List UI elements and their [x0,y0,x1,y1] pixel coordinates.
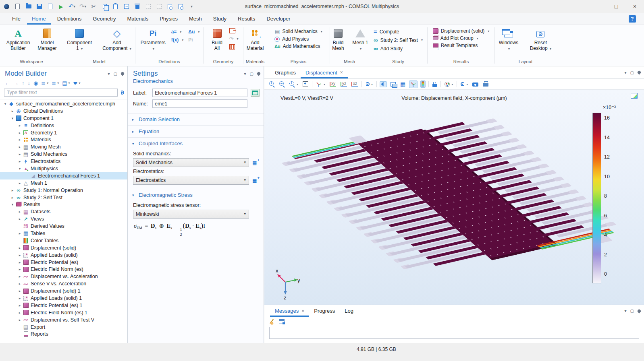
tree-item[interactable]: Definitions [0,122,127,129]
tree-chevron-icon[interactable] [17,131,23,135]
tree-item[interactable]: Displacement vs. Acceleration [0,273,127,280]
save-as-icon[interactable] [47,3,54,10]
tree-chevron-icon[interactable] [17,253,23,257]
tree-item[interactable]: Applied Loads (solid) 1 [0,295,127,302]
add-material-button[interactable]: Add Material [243,27,267,52]
tree-item[interactable]: Datasets [0,208,127,215]
tree-item[interactable]: Electric Field Norm (es) 1 [0,309,127,316]
parameters-button[interactable]: Pi Parameters▾ [139,27,167,52]
tree-item[interactable]: Color Tables [0,237,127,244]
tree-chevron-icon[interactable] [17,231,23,235]
section-domain-selection[interactable]: ▸ Domain Selection [128,113,264,125]
print-icon[interactable] [482,81,489,87]
messages-output[interactable] [269,327,639,339]
plot-area[interactable]: VtestL=0 V, VtestR=2 V Volume: Displacem… [264,90,644,305]
tree-item[interactable]: Reports [0,331,127,338]
tree-chevron-icon[interactable] [2,102,8,106]
toolbar-overflow-icon[interactable]: ▾ [188,3,195,10]
tree-chevron-icon[interactable] [10,196,15,200]
redo-icon[interactable]: ↷▾ [79,3,86,10]
tree-item[interactable]: Displacement vs. Self Test V [0,316,127,324]
nonlocal-couplings-button[interactable]: Δu▾ [188,29,199,35]
filter-icon[interactable]: ▾ [73,81,81,85]
name-input[interactable] [152,99,247,108]
message-table-icon[interactable] [279,319,285,324]
stress-tensor-select[interactable]: Minkowski [133,210,249,219]
tab-progress[interactable]: Progress [309,305,340,317]
run-icon[interactable]: ▶ [58,3,64,10]
back-icon[interactable]: ← [5,80,10,86]
add-plot-group-button[interactable]: Add Plot Group▾ [433,35,490,41]
add-to-list-icon[interactable] [252,177,259,184]
help-button[interactable]: ? [629,15,636,23]
tree-item[interactable]: Study 2: Self Test [0,194,127,201]
electrostatics-select[interactable]: Electrostatics [133,176,249,185]
ribbon-tab[interactable]: Physics [155,13,183,25]
tree-item[interactable]: Electric Potential (es) [0,259,127,266]
panel-float-icon[interactable]: ▢ [630,70,634,75]
duplicate-icon[interactable] [123,3,130,10]
tree-chevron-icon[interactable] [17,260,23,264]
add-to-list-icon[interactable] [252,159,259,166]
reset-desktop-button[interactable]: Reset Desktop ▾ [527,27,554,52]
save-icon[interactable] [36,3,43,10]
cut-icon[interactable]: ✂ [90,3,97,10]
ribbon-tab[interactable]: File [7,13,25,25]
tree-item[interactable]: Applied Loads (solid) [0,252,127,259]
snapshot-icon[interactable] [472,81,479,87]
solid-mechanics-select[interactable]: Solid Mechanics [133,158,249,167]
view-xz-icon[interactable]: xz [351,81,359,87]
panel-menu-icon[interactable]: ▾ [108,72,110,76]
tree-chevron-icon[interactable] [10,202,15,206]
variables-button[interactable]: a=▾ [171,29,184,35]
panel-pin-icon[interactable] [120,71,125,76]
displacement-plot-button[interactable]: Displacement (solid)▾ [433,28,490,34]
tree-item[interactable]: Results [0,201,127,208]
zoom-extents-icon[interactable] [302,81,309,87]
tree-chevron-icon[interactable] [10,109,15,113]
update-plot-icon[interactable]: ▾ [460,82,469,87]
tree-chevron-icon[interactable] [17,303,23,307]
build-mesh-button[interactable]: Build Mesh [329,27,347,52]
compute-button[interactable]: =Compute [374,28,423,35]
ribbon-tab[interactable]: Definitions [52,13,87,25]
panel-pin-icon[interactable] [637,309,641,313]
find-icon[interactable] [166,3,173,10]
close-button[interactable]: × [625,0,644,13]
tree-chevron-icon[interactable] [17,296,23,300]
tree-item[interactable]: Component 1 [0,115,127,122]
tree-chevron-icon[interactable] [17,318,23,322]
tree-chevron-icon[interactable] [17,246,23,250]
tab-displacement[interactable]: Displacement× [301,66,348,78]
find-replace-icon[interactable] [177,3,184,10]
color-palette-icon[interactable]: ▾ [444,81,454,87]
tab-graphics[interactable]: Graphics [270,66,301,78]
zoom-box-icon[interactable]: ▾ [289,81,299,87]
windows-button[interactable]: Windows▾ [497,27,520,52]
add-physics-button[interactable]: Add Physics [274,36,322,42]
new-file-icon[interactable] [14,3,21,10]
delete-icon[interactable] [134,3,141,10]
tree-chevron-icon[interactable] [10,116,15,120]
tree-item[interactable]: Mesh 1 [0,179,127,187]
tree-chevron-icon[interactable] [17,152,23,156]
tree-item[interactable]: Materials [0,136,127,143]
panel-pin-icon[interactable] [637,70,641,74]
panel-float-icon[interactable]: ▢ [114,72,117,76]
tree-chevron-icon[interactable] [17,181,23,185]
mesh1-button[interactable]: Mesh 1 ▾ [351,27,370,52]
component-button[interactable]: Component 1 ▾ [64,27,94,52]
maximize-button[interactable]: □ [607,0,625,13]
panel-menu-icon[interactable]: ▾ [625,309,627,313]
paste-icon[interactable] [112,3,119,10]
tree-item[interactable]: Global Definitions [0,107,127,115]
tree-item[interactable]: Electrostatics [0,158,127,165]
ribbon-tab[interactable]: Study [208,13,231,25]
ribbon-tab[interactable]: Mesh [184,13,207,25]
label-input[interactable] [152,89,247,97]
tree-item[interactable]: Study 1: Normal Operation [0,187,127,194]
ribbon-tab[interactable]: Home [27,13,51,25]
study2-button[interactable]: ∞Study 2: Self Test▾ [374,37,423,43]
panel-menu-icon[interactable]: ▾ [244,72,246,76]
close-tab-icon[interactable]: × [301,308,304,314]
